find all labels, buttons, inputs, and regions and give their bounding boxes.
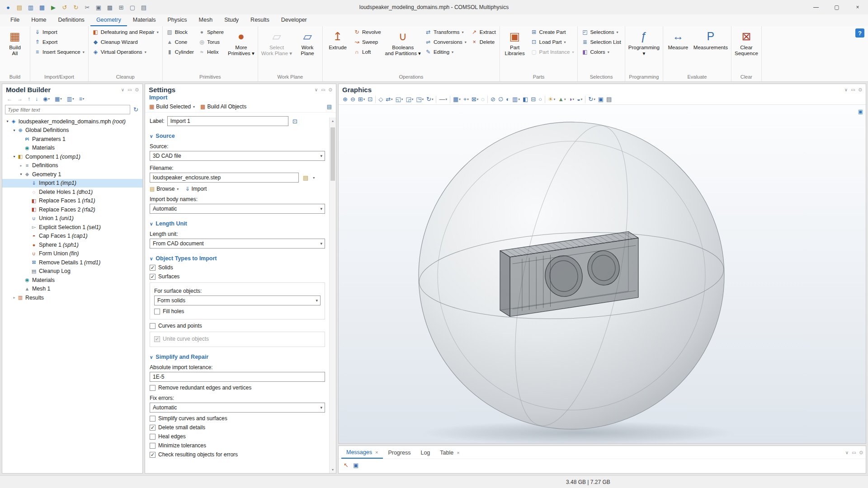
ribbon-part-instance[interactable]: ▢Part Instance▾ (529, 47, 576, 57)
build-all-objects-button[interactable]: ▩ Build All Objects (200, 103, 246, 110)
pin-panel-icon[interactable]: ⊙ (859, 87, 862, 92)
zoom-out-button[interactable]: ⊖ (349, 94, 357, 104)
settings-scrollbar[interactable]: ▴ ▾ (329, 117, 336, 473)
ribbon-insert-sequence[interactable]: ≡Insert Sequence▾ (32, 47, 86, 57)
group-by-button[interactable]: ▦▾ (53, 95, 64, 103)
ribbon-import[interactable]: ⇓Import (32, 27, 86, 37)
lasso-select-button[interactable]: ◌ (480, 94, 486, 104)
menu-tab-physics[interactable]: Physics (161, 14, 193, 26)
open-file-icon[interactable]: ▤ (302, 173, 310, 183)
float-panel-icon[interactable]: ▭ (852, 450, 856, 455)
menu-tab-mesh[interactable]: Mesh (193, 14, 219, 26)
bottom-tab-messages[interactable]: Messages× (341, 446, 383, 459)
ribbon-cone[interactable]: ▲Cone (165, 37, 196, 47)
clip-sphere-button[interactable]: ○ (537, 94, 543, 104)
tree-node-loudspeaker-modeling-domains-mph[interactable]: ▾◈loudspeaker_modeling_domains.mph(root) (2, 117, 142, 126)
ribbon-more-primitives[interactable]: ●MorePrimitives ▾ (226, 27, 256, 56)
float-panel-icon[interactable]: ▭ (127, 87, 132, 92)
ribbon-build-all[interactable]: ▦BuildAll (2, 27, 28, 56)
tolerance-input[interactable] (150, 372, 325, 382)
checkbox-delete-small-details[interactable]: Delete small details (150, 424, 325, 431)
update-scene-button[interactable]: ↻▾ (587, 94, 596, 104)
windows-button[interactable]: ▢ (127, 2, 138, 13)
zoom-box-button[interactable]: ⊡ (366, 94, 374, 104)
ribbon-virtual-operations[interactable]: ◈Virtual Operations▾ (90, 47, 160, 57)
checkbox-heal-edges[interactable]: Heal edges (150, 433, 325, 440)
back-button[interactable]: ← (5, 95, 14, 103)
label-input[interactable] (167, 116, 288, 126)
filter-input[interactable] (5, 105, 130, 114)
ribbon-select-work-plane[interactable]: ▱SelectWork Plane ▾ (260, 27, 293, 56)
ribbon-clear-sequence[interactable]: ⊠ClearSequence (733, 27, 760, 56)
move-up-button[interactable]: ↑ (26, 95, 32, 103)
interactive-positioning-button[interactable]: +▾ (462, 94, 470, 104)
ribbon-measure[interactable]: ↔Measure (665, 27, 691, 51)
ribbon-programming[interactable]: ƒProgramming▾ (627, 27, 661, 56)
tree-node-results[interactable]: ▸▥Results (2, 293, 142, 302)
settings-sections-button[interactable]: ▤ (327, 103, 332, 110)
ribbon-sphere[interactable]: ●Sphere (197, 27, 226, 37)
scene-light-button[interactable]: ☀▾ (547, 94, 557, 104)
ribbon-cleanup-wizard[interactable]: ◆Cleanup Wizard (90, 37, 160, 47)
checkbox-check-resulting-objects-for-errors[interactable]: Check resulting objects for errors (150, 451, 325, 458)
yz-view-button[interactable]: ◲▾ (404, 94, 415, 104)
ribbon-export[interactable]: ⇑Export (32, 37, 86, 47)
bottom-tab-table[interactable]: Table× (435, 446, 464, 459)
open-button[interactable]: ▤ (14, 2, 25, 13)
scroll-up-icon[interactable]: ▴ (330, 119, 336, 123)
ribbon-selection-list[interactable]: ≣Selection List (580, 37, 623, 47)
tree-node-cleanup-log[interactable]: ▤Cleanup Log (2, 267, 142, 276)
help-button[interactable]: ? (855, 28, 864, 38)
menu-tab-results[interactable]: Results (245, 14, 275, 26)
ribbon-load-part[interactable]: ⊡Load Part▾ (529, 37, 576, 47)
go-to-view-button[interactable]: ⇄▾ (384, 94, 394, 104)
app-button[interactable]: ● (3, 2, 14, 13)
tree-node-sphere-1[interactable]: ●Sphere 1(sph1) (2, 240, 142, 249)
expanded-arrow-icon[interactable]: ▾ (5, 119, 10, 123)
float-panel-icon[interactable]: ▭ (321, 87, 325, 92)
xy-view-button[interactable]: ◱▾ (394, 94, 405, 104)
close-button[interactable]: × (847, 0, 868, 14)
tree-node-union-1[interactable]: ∪Union 1(uni1) (2, 214, 142, 223)
checkbox-unite-curve-objects[interactable]: Unite curve objects (154, 336, 321, 342)
log-window-button[interactable]: ▣ (352, 460, 360, 470)
tree-node-import-1[interactable]: ⇓Import 1(imp1) (2, 179, 142, 188)
ribbon-defeaturing-and-repair[interactable]: ◧Defeaturing and Repair▾ (90, 27, 160, 37)
ribbon-sweep[interactable]: ↝Sweep (352, 37, 383, 47)
checkbox-minimize-tolerances[interactable]: Minimize tolerances (150, 442, 325, 449)
pin-panel-icon[interactable]: ⊙ (859, 450, 863, 455)
ribbon-colors[interactable]: ◧Colors▾ (580, 47, 623, 57)
ribbon-part-libraries[interactable]: ▣PartLibraries (502, 27, 528, 56)
clip-plane-button[interactable]: ◧ (521, 94, 529, 104)
show-button[interactable]: ◉▾ (41, 95, 52, 103)
undo-button[interactable]: ↺ (59, 2, 70, 13)
move-down-button[interactable]: ↓ (33, 95, 40, 103)
ribbon-booleans-and-partitions[interactable]: ∪Booleansand Partitions ▾ (384, 27, 422, 56)
ribbon-loft[interactable]: ∩Loft (352, 47, 383, 57)
browse-button[interactable]: ▤ Browse ▾ (150, 186, 179, 192)
ribbon-revolve[interactable]: ↻Revolve (352, 27, 383, 37)
section-source[interactable]: ∨ Source (150, 133, 325, 139)
ribbon-selections[interactable]: ◰Selections▾ (580, 27, 623, 37)
environment-button[interactable]: ▲▾ (557, 94, 567, 104)
menu-tab-study[interactable]: Study (218, 14, 245, 26)
fix-errors-select[interactable]: Automatic ▾ (150, 403, 325, 413)
tree-node-explicit-selection-1[interactable]: ▻Explicit Selection 1(sel1) (2, 223, 142, 232)
graphics-viewport[interactable]: ▣ (339, 105, 866, 443)
tree-node-materials[interactable]: ◉Materials (2, 276, 142, 285)
ribbon-create-part[interactable]: ⊞Create Part (529, 27, 576, 37)
tree-menu-button[interactable]: ≡▾ (77, 95, 86, 103)
clip-box-button[interactable]: ⊟ (529, 94, 537, 104)
ribbon-block[interactable]: ▧Block (165, 27, 196, 37)
tree-node-definitions[interactable]: ▸≡Definitions (2, 161, 142, 170)
context-panel-icon[interactable]: ▣ (858, 108, 863, 115)
bottom-tab-progress[interactable]: Progress (383, 446, 415, 459)
refresh-filter-icon[interactable]: ↻ (132, 105, 140, 114)
collapse-panel-icon[interactable]: ∨ (315, 87, 318, 92)
ribbon-extrude[interactable]: ↥Extrude (325, 27, 351, 51)
build-selected-button[interactable]: ▦ Build Selected ▾ (149, 103, 195, 110)
minimize-button[interactable]: — (806, 0, 826, 14)
hide-objects-button[interactable]: ∅ (497, 94, 505, 104)
cut-button[interactable]: ✂ (82, 2, 93, 13)
close-tab-icon[interactable]: × (375, 450, 378, 455)
